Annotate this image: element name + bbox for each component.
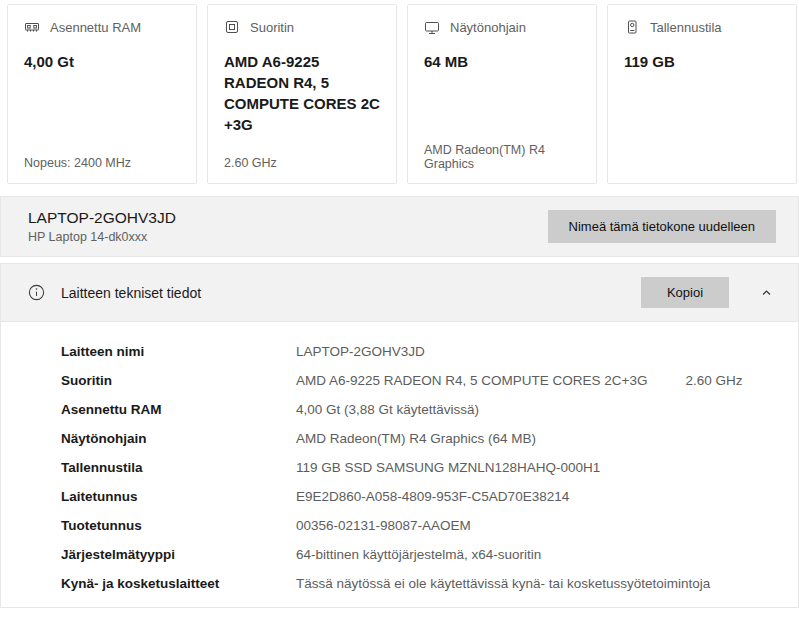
spec-value-text: 119 GB SSD SAMSUNG MZNLN128HAHQ-000H1 [296, 460, 600, 475]
spec-row-installed-ram: Asennettu RAM 4,00 Gt (3,88 Gt käytettäv… [61, 402, 778, 431]
card-footer: Nopeus: 2400 MHz [24, 156, 180, 171]
spec-label: Järjestelmätyyppi [61, 547, 296, 562]
spec-value: LAPTOP-2GOHV3JD [296, 344, 425, 359]
spec-value-text: 4,00 Gt (3,88 Gt käytettävissä) [296, 402, 479, 417]
card-header: Näytönohjain [424, 19, 580, 35]
card-value: 119 GB [624, 51, 780, 156]
spec-value: AMD Radeon(TM) R4 Graphics (64 MB) [296, 431, 536, 446]
info-icon [28, 284, 45, 301]
spec-value-secondary: 2.60 GHz [685, 373, 742, 388]
spec-value: Tässä näytössä ei ole käytettävissä kynä… [296, 576, 710, 591]
card-value: AMD A6-9225 RADEON R4, 5 COMPUTE CORES 2… [224, 51, 380, 156]
card-label: Suoritin [250, 20, 294, 35]
card-value: 64 MB [424, 51, 580, 143]
about-settings-page: Asennettu RAM 4,00 Gt Nopeus: 2400 MHz S… [0, 0, 799, 619]
card-installed-ram: Asennettu RAM 4,00 Gt Nopeus: 2400 MHz [7, 4, 197, 184]
spec-label: Laitteen nimi [61, 344, 296, 359]
card-processor: Suoritin AMD A6-9225 RADEON R4, 5 COMPUT… [207, 4, 397, 184]
spec-value-text: AMD A6-9225 RADEON R4, 5 COMPUTE CORES 2… [296, 373, 647, 388]
card-header: Tallennustila [624, 19, 780, 35]
spec-label: Näytönohjain [61, 431, 296, 446]
card-header: Asennettu RAM [24, 19, 180, 35]
spec-value: 64-bittinen käyttöjärjestelmä, x64-suori… [296, 547, 541, 562]
spec-label: Tallennustila [61, 460, 296, 475]
card-graphics: Näytönohjain 64 MB AMD Radeon(TM) R4 Gra… [407, 4, 597, 184]
device-specs-expander: Laitteen tekniset tiedot Kopioi Laitteen… [0, 263, 799, 608]
card-storage: Tallennustila 119 GB [607, 4, 797, 184]
spec-label: Laitetunnus [61, 489, 296, 504]
device-model: HP Laptop 14-dk0xxx [28, 230, 176, 244]
spec-row-product-id: Tuotetunnus 00356-02131-98087-AAOEM [61, 518, 778, 547]
spec-cards-row: Asennettu RAM 4,00 Gt Nopeus: 2400 MHz S… [0, 0, 799, 184]
spec-row-processor: Suoritin AMD A6-9225 RADEON R4, 5 COMPUT… [61, 373, 778, 402]
spec-value: 00356-02131-98087-AAOEM [296, 518, 471, 533]
expander-title: Laitteen tekniset tiedot [61, 285, 201, 301]
spec-value-text: 64-bittinen käyttöjärjestelmä, x64-suori… [296, 547, 541, 562]
card-footer: AMD Radeon(TM) R4 Graphics [424, 143, 580, 171]
card-header: Suoritin [224, 19, 380, 35]
spec-label: Kynä- ja kosketuslaitteet [61, 576, 296, 591]
device-specs-header[interactable]: Laitteen tekniset tiedot Kopioi [0, 263, 799, 322]
card-label: Tallennustila [650, 20, 722, 35]
spec-row-system-type: Järjestelmätyyppi 64-bittinen käyttöjärj… [61, 547, 778, 576]
cpu-icon [224, 19, 240, 35]
spec-row-storage: Tallennustila 119 GB SSD SAMSUNG MZNLN12… [61, 460, 778, 489]
storage-icon [624, 19, 640, 35]
spec-value: E9E2D860-A058-4809-953F-C5AD70E38214 [296, 489, 569, 504]
device-name-bar: LAPTOP-2GOHV3JD HP Laptop 14-dk0xxx Nime… [0, 196, 799, 257]
spec-value-text: LAPTOP-2GOHV3JD [296, 344, 425, 359]
spec-label: Asennettu RAM [61, 402, 296, 417]
card-footer: 2.60 GHz [224, 156, 380, 171]
card-value: 4,00 Gt [24, 51, 180, 156]
spec-value: 4,00 Gt (3,88 Gt käytettävissä) [296, 402, 479, 417]
ram-icon [24, 19, 40, 35]
spec-value-text: 00356-02131-98087-AAOEM [296, 518, 471, 533]
card-label: Asennettu RAM [50, 20, 141, 35]
device-name: LAPTOP-2GOHV3JD [28, 209, 176, 227]
copy-button[interactable]: Kopioi [641, 277, 729, 308]
spec-value-text: E9E2D860-A058-4809-953F-C5AD70E38214 [296, 489, 569, 504]
spec-value-text: Tässä näytössä ei ole käytettävissä kynä… [296, 576, 710, 591]
spec-label: Tuotetunnus [61, 518, 296, 533]
spec-value-text: AMD Radeon(TM) R4 Graphics (64 MB) [296, 431, 536, 446]
spec-row-pen-touch: Kynä- ja kosketuslaitteet Tässä näytössä… [61, 576, 778, 605]
spec-value: AMD A6-9225 RADEON R4, 5 COMPUTE CORES 2… [296, 373, 743, 388]
device-info: LAPTOP-2GOHV3JD HP Laptop 14-dk0xxx [28, 209, 176, 244]
card-footer [624, 156, 780, 171]
gpu-icon [424, 19, 440, 35]
spec-label: Suoritin [61, 373, 296, 388]
device-specs-body: Laitteen nimi LAPTOP-2GOHV3JD Suoritin A… [0, 322, 799, 608]
spec-row-graphics: Näytönohjain AMD Radeon(TM) R4 Graphics … [61, 431, 778, 460]
spec-value: 119 GB SSD SAMSUNG MZNLN128HAHQ-000H1 [296, 460, 600, 475]
rename-pc-button[interactable]: Nimeä tämä tietokone uudelleen [548, 210, 776, 243]
spec-row-device-id: Laitetunnus E9E2D860-A058-4809-953F-C5AD… [61, 489, 778, 518]
spec-row-device-name: Laitteen nimi LAPTOP-2GOHV3JD [61, 344, 778, 373]
card-label: Näytönohjain [450, 20, 526, 35]
chevron-up-icon[interactable] [759, 285, 774, 300]
